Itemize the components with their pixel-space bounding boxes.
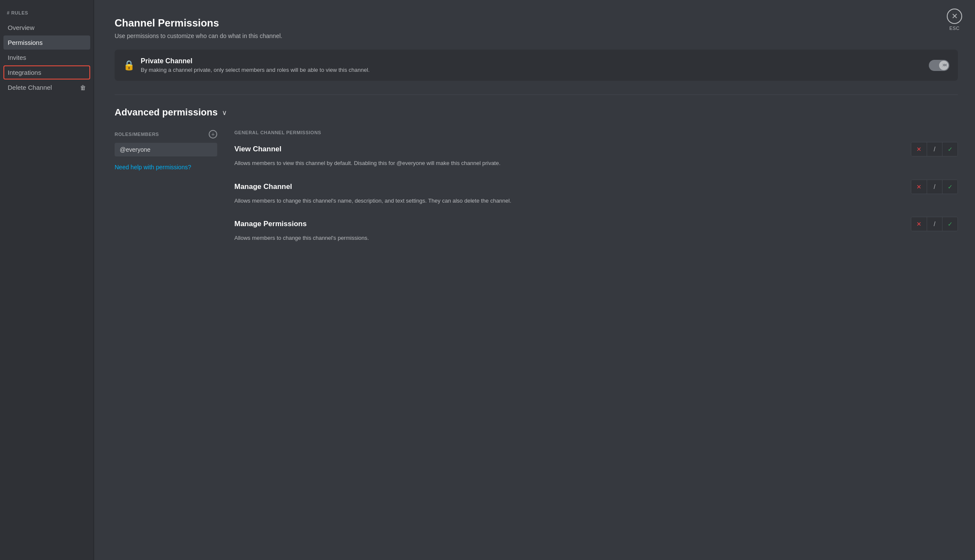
perm-manage-channel-header: Manage Channel ✕ / ✓	[234, 180, 958, 194]
private-channel-description: By making a channel private, only select…	[141, 67, 369, 73]
delete-channel-label: Delete Channel	[8, 84, 52, 91]
perm-manage-channel-deny[interactable]: ✕	[911, 180, 927, 194]
perm-manage-permissions-name: Manage Permissions	[234, 220, 307, 228]
channel-name: # RULES	[3, 9, 90, 21]
perm-item-manage-permissions: Manage Permissions ✕ / ✓ Allows members …	[234, 217, 958, 242]
perm-manage-channel-desc: Allows members to change this channel's …	[234, 197, 958, 205]
sidebar-permissions-label: Permissions	[8, 39, 43, 46]
permissions-grid: ROLES/MEMBERS + @everyone Need help with…	[115, 130, 958, 254]
perm-view-channel-header: View Channel ✕ / ✓	[234, 142, 958, 156]
perm-manage-permissions-header: Manage Permissions ✕ / ✓	[234, 217, 958, 231]
section-divider	[115, 94, 958, 95]
perm-manage-channel-neutral[interactable]: /	[927, 180, 942, 194]
perms-column: GENERAL CHANNEL PERMISSIONS View Channel…	[234, 130, 958, 254]
perm-view-channel-desc: Allows members to view this channel by d…	[234, 159, 958, 168]
roles-label: ROLES/MEMBERS	[115, 132, 159, 137]
sidebar-integrations-label: Integrations	[8, 69, 41, 76]
perm-item-manage-channel: Manage Channel ✕ / ✓ Allows members to c…	[234, 180, 958, 205]
perm-manage-permissions-allow[interactable]: ✓	[942, 217, 957, 231]
close-circle-icon: ✕	[947, 9, 962, 24]
roles-column: ROLES/MEMBERS + @everyone Need help with…	[115, 130, 217, 254]
perm-view-channel-neutral[interactable]: /	[927, 142, 942, 156]
sidebar-item-integrations[interactable]: Integrations	[3, 65, 90, 80]
add-role-button[interactable]: +	[209, 130, 217, 139]
trash-icon: 🗑	[80, 84, 86, 91]
perm-manage-permissions-deny[interactable]: ✕	[911, 217, 927, 231]
perm-manage-channel-allow[interactable]: ✓	[942, 180, 957, 194]
sidebar-item-delete-channel[interactable]: Delete Channel 🗑	[3, 80, 90, 94]
toggle-knob: ✕	[939, 61, 948, 70]
private-channel-toggle[interactable]: ✕	[929, 60, 949, 71]
perm-manage-permissions-desc: Allows members to change this channel's …	[234, 234, 958, 242]
help-link[interactable]: Need help with permissions?	[115, 164, 191, 171]
advanced-permissions-title: Advanced permissions	[115, 107, 218, 118]
page-title: Channel Permissions	[115, 17, 958, 29]
private-channel-text: Private Channel By making a channel priv…	[141, 57, 369, 73]
perm-view-channel-allow[interactable]: ✓	[942, 142, 957, 156]
perm-item-view-channel: View Channel ✕ / ✓ Allows members to vie…	[234, 142, 958, 168]
roles-header: ROLES/MEMBERS +	[115, 130, 217, 139]
sidebar-item-invites[interactable]: Invites	[3, 50, 90, 65]
private-channel-title: Private Channel	[141, 57, 369, 65]
perm-manage-permissions-neutral[interactable]: /	[927, 217, 942, 231]
close-button[interactable]: ✕ ESC	[947, 9, 962, 31]
perm-view-channel-name: View Channel	[234, 145, 281, 153]
perm-view-channel-deny[interactable]: ✕	[911, 142, 927, 156]
perm-view-channel-controls: ✕ / ✓	[911, 142, 958, 156]
sidebar-invites-label: Invites	[8, 54, 26, 61]
page-subtitle: Use permissions to customize who can do …	[115, 32, 958, 39]
perms-section-label: GENERAL CHANNEL PERMISSIONS	[234, 130, 958, 135]
sidebar-overview-label: Overview	[8, 24, 35, 31]
private-channel-card: 🔒 Private Channel By making a channel pr…	[115, 50, 958, 81]
close-esc-label: ESC	[949, 26, 960, 31]
perm-manage-channel-name: Manage Channel	[234, 183, 292, 191]
sidebar-item-permissions[interactable]: Permissions	[3, 35, 90, 50]
lock-icon: 🔒	[123, 60, 135, 71]
main-content: ✕ ESC Channel Permissions Use permission…	[94, 0, 975, 560]
perm-manage-channel-controls: ✕ / ✓	[911, 180, 958, 194]
advanced-permissions-header: Advanced permissions ∨	[115, 107, 958, 118]
perm-manage-permissions-controls: ✕ / ✓	[911, 217, 958, 231]
chevron-down-icon[interactable]: ∨	[222, 109, 227, 117]
everyone-tag[interactable]: @everyone	[115, 143, 217, 156]
sidebar-item-overview[interactable]: Overview	[3, 21, 90, 35]
sidebar: # RULES Overview Permissions Invites Int…	[0, 0, 94, 560]
private-channel-left: 🔒 Private Channel By making a channel pr…	[123, 57, 369, 73]
